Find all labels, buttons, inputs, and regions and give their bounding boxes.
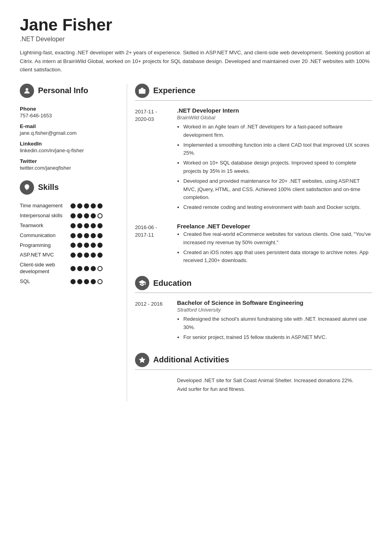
filled-dot	[97, 253, 103, 258]
filled-dot	[84, 223, 89, 228]
svg-rect-1	[139, 89, 146, 94]
filled-dot	[70, 203, 76, 209]
empty-dot	[97, 213, 103, 218]
bullet-item: Created remote coding and testing enviro…	[183, 203, 372, 212]
filled-dot	[77, 253, 82, 258]
filled-dot	[70, 253, 76, 258]
skill-row: ASP.NET MVC	[20, 252, 119, 258]
personal-info-icon	[20, 84, 34, 98]
entry: 2012 - 2016Bachelor of Science in Softwa…	[135, 299, 372, 343]
bullet-item: Worked in an Agile team of .NET develope…	[183, 123, 372, 140]
bullet-item: Redesigned the school's alumni fundraisi…	[183, 315, 372, 332]
entry-content: Bachelor of Science in Software Engineer…	[177, 299, 372, 343]
additional-item: Avid surfer for fun and fitness.	[177, 385, 372, 394]
filled-dot	[97, 223, 103, 228]
info-label: Phone	[20, 106, 119, 112]
entry-company: Stratford University	[177, 307, 372, 313]
skill-name: Communication	[20, 232, 67, 239]
skill-name: Time management	[20, 203, 67, 209]
filled-dot	[70, 243, 76, 248]
skill-dots	[70, 243, 103, 248]
personal-info-title: Personal Info	[38, 86, 88, 95]
experience-icon	[135, 84, 149, 98]
left-column: Personal Info Phone757-646-1653E-mailjan…	[20, 84, 127, 288]
skill-row: Interpersonal skills	[20, 212, 119, 219]
filled-dot	[84, 203, 89, 209]
info-label: E-mail	[20, 123, 119, 129]
additional-title: Additional Activities	[153, 355, 229, 364]
filled-dot	[77, 223, 82, 228]
additional-item: Developed .NET site for Salt Coast Anima…	[177, 376, 372, 385]
info-value: linkedin.com/in/jane-q-fisher	[20, 147, 119, 153]
skill-row: Communication	[20, 232, 119, 239]
info-value: twitter.com/janeqfisher	[20, 165, 119, 171]
personal-info-header: Personal Info	[20, 84, 119, 100]
education-icon	[135, 276, 149, 290]
info-label: LinkedIn	[20, 141, 119, 147]
filled-dot	[97, 203, 103, 209]
bullet-item: Developed and provided maintenance for 2…	[183, 177, 372, 202]
candidate-title: .NET Developer	[20, 36, 372, 43]
skill-name: Client-side web development	[20, 262, 67, 275]
skills-section: Skills Time managementInterpersonal skil…	[20, 180, 119, 285]
education-entries: 2012 - 2016Bachelor of Science in Softwa…	[135, 299, 372, 343]
filled-dot	[84, 266, 89, 271]
entry-content: Freelance .NET DeveloperCreated five rea…	[177, 223, 372, 266]
skill-dots	[70, 223, 103, 228]
entry-company: BrainWild Global	[177, 115, 372, 121]
filled-dot	[77, 243, 82, 248]
bullet-item: For senior project, trained 15 fellow st…	[183, 333, 372, 342]
entry-title: Freelance .NET Developer	[177, 223, 372, 230]
entry-dates: 2017-11 - 2020-03	[135, 107, 171, 213]
experience-entries: 2017-11 - 2020-03.NET Developer InternBr…	[135, 107, 372, 266]
filled-dot	[84, 213, 89, 218]
skill-name: SQL	[20, 278, 67, 285]
skills-icon	[20, 180, 34, 195]
right-column: Experience 2017-11 - 2020-03.NET Develop…	[127, 84, 372, 402]
entry-dates: 2012 - 2016	[135, 299, 171, 343]
filled-dot	[97, 233, 103, 238]
empty-dot	[97, 266, 103, 271]
filled-dot	[77, 279, 82, 284]
candidate-name: Jane Fisher	[20, 16, 372, 34]
skill-row: SQL	[20, 278, 119, 285]
filled-dot	[91, 223, 96, 228]
filled-dot	[77, 213, 82, 218]
entry-dates: 2016-06 - 2017-11	[135, 223, 171, 266]
skill-name: Interpersonal skills	[20, 212, 67, 219]
skill-dots	[70, 213, 103, 218]
filled-dot	[84, 233, 89, 238]
skill-row: Teamwork	[20, 222, 119, 229]
education-header: Education	[135, 276, 372, 293]
filled-dot	[70, 279, 76, 284]
skill-row: Time management	[20, 203, 119, 209]
experience-title: Experience	[153, 86, 196, 95]
empty-dot	[97, 279, 103, 284]
skill-dots	[70, 279, 103, 284]
skill-name: Teamwork	[20, 222, 67, 229]
entry-title: Bachelor of Science in Software Engineer…	[177, 299, 372, 306]
filled-dot	[84, 253, 89, 258]
skill-dots	[70, 233, 103, 238]
svg-point-0	[26, 88, 29, 91]
candidate-summary: Lightning-fast, exacting .NET developer …	[20, 48, 372, 74]
additional-icon	[135, 353, 149, 367]
additional-header: Additional Activities	[135, 353, 372, 370]
bullet-item: Created an iOS notes app that uses persi…	[183, 249, 372, 265]
info-value: 757-646-1653	[20, 113, 119, 119]
filled-dot	[70, 223, 76, 228]
bullet-item: Implemented a smoothing function into a …	[183, 141, 372, 158]
entry-bullets: Redesigned the school's alumni fundraisi…	[177, 315, 372, 341]
filled-dot	[70, 266, 76, 271]
entry: 2017-11 - 2020-03.NET Developer InternBr…	[135, 107, 372, 213]
filled-dot	[91, 233, 96, 238]
filled-dot	[70, 213, 76, 218]
entry: 2016-06 - 2017-11Freelance .NET Develope…	[135, 223, 372, 266]
skill-name: Programming	[20, 242, 67, 249]
filled-dot	[91, 213, 96, 218]
additional-items: Developed .NET site for Salt Coast Anima…	[135, 376, 372, 394]
skills-header: Skills	[20, 180, 119, 197]
skill-row: Client-side web development	[20, 262, 119, 275]
filled-dot	[84, 243, 89, 248]
filled-dot	[91, 266, 96, 271]
